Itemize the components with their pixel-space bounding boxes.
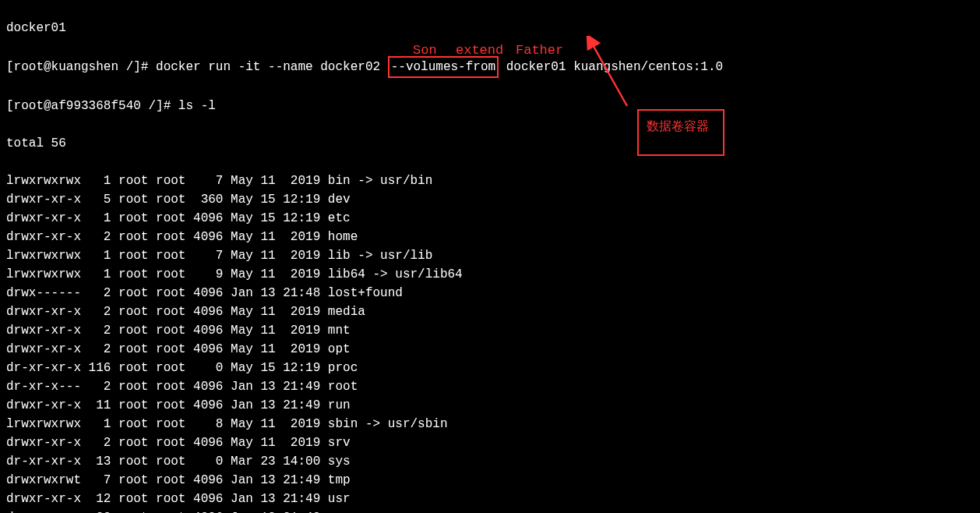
listing-row: drwxr-xr-x 2 root root 4096 May 11 2019 … bbox=[6, 302, 974, 321]
listing-row: drwxr-xr-x 12 root root 4096 Jan 13 21:4… bbox=[6, 490, 974, 508]
listing-row: drwxr-xr-x 2 root root 4096 May 11 2019 … bbox=[6, 433, 974, 452]
listing-row: drwxr-xr-x 2 root root 4096 May 11 2019 … bbox=[6, 228, 974, 246]
header-line: docker01 bbox=[6, 19, 974, 37]
annotation-father: Father bbox=[516, 43, 563, 58]
listing-row: drwxr-xr-x 2 root root 4096 May 11 2019 … bbox=[6, 321, 974, 340]
cmd-line-1: [root@kuangshen /]# docker run -it --nam… bbox=[6, 56, 974, 78]
listing-row: drwxrwxrwt 7 root root 4096 Jan 13 21:49… bbox=[6, 471, 974, 490]
listing-row: lrwxrwxrwx 1 root root 7 May 11 2019 lib… bbox=[6, 246, 974, 265]
listing-row: dr-xr-xr-x 13 root root 0 Mar 23 14:00 s… bbox=[6, 452, 974, 471]
listing-row: dr-xr-x--- 2 root root 4096 Jan 13 21:49… bbox=[6, 377, 974, 396]
total-line: total 56 bbox=[6, 134, 974, 153]
listing-row: lrwxrwxrwx 1 root root 9 May 11 2019 lib… bbox=[6, 265, 974, 284]
file-listing: lrwxrwxrwx 1 root root 7 May 11 2019 bin… bbox=[6, 172, 974, 513]
listing-row: lrwxrwxrwx 1 root root 8 May 11 2019 sbi… bbox=[6, 415, 974, 433]
listing-row: dr-xr-xr-x 116 root root 0 May 15 12:19 … bbox=[6, 359, 974, 377]
volumes-from-highlight: --volumes-from bbox=[388, 56, 499, 78]
cmd-line-2: [root@af993368f540 /]# ls -l bbox=[6, 97, 974, 115]
annotation-son: Son bbox=[413, 43, 437, 58]
cmd-part1: docker run -it --name docker02 bbox=[156, 60, 388, 74]
listing-row: drwxr-xr-x 2 root root 4096 May 11 2019 … bbox=[6, 340, 974, 359]
svg-line-1 bbox=[592, 44, 627, 106]
listing-row: drwxr-xr-x 5 root root 360 May 15 12:19 … bbox=[6, 190, 974, 209]
terminal-output: docker01 [root@kuangshen /]# docker run … bbox=[0, 0, 980, 513]
annotation-extend: extend bbox=[456, 43, 503, 58]
listing-row: drwxr-xr-x 11 root root 4096 Jan 13 21:4… bbox=[6, 396, 974, 415]
arrow-icon bbox=[580, 36, 639, 114]
listing-row: drwxr-xr-x 1 root root 4096 May 15 12:19… bbox=[6, 209, 974, 228]
prompt-1: [root@kuangshen /]# bbox=[6, 60, 156, 74]
listing-row: drwx------ 2 root root 4096 Jan 13 21:48… bbox=[6, 284, 974, 302]
listing-row: lrwxrwxrwx 1 root root 7 May 11 2019 bin… bbox=[6, 172, 974, 190]
listing-row: drwxr-xr-x 20 root root 4096 Jan 13 21:4… bbox=[6, 508, 974, 513]
callout-data-volume-container: 数据卷容器 bbox=[637, 109, 724, 156]
